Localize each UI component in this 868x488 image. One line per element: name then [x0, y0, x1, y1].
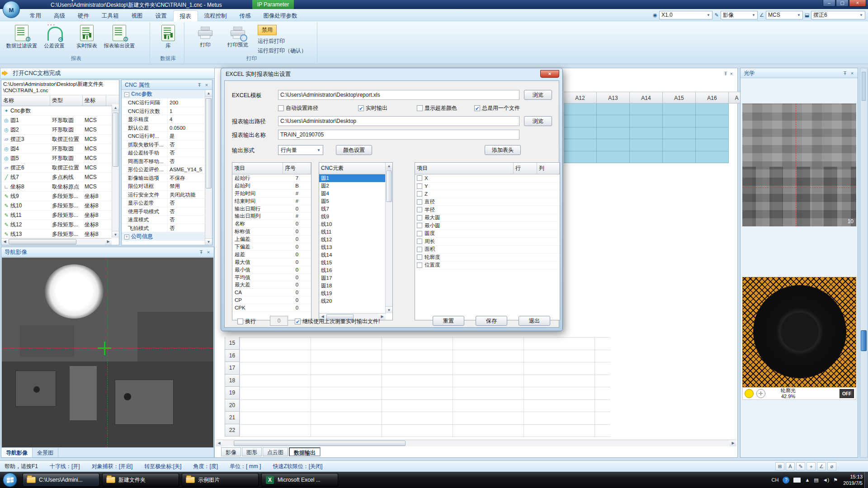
scroll-up-icon[interactable]: ▲ — [205, 90, 212, 97]
grid-cell[interactable] — [564, 115, 597, 127]
grid-cell[interactable] — [663, 115, 696, 127]
grid-cell[interactable] — [663, 127, 696, 139]
color-settings-button[interactable]: 颜色设置 — [336, 145, 372, 155]
scroll-left-icon[interactable]: ◀ — [216, 440, 222, 446]
items-row-下偏差[interactable]: 下偏差0 — [232, 243, 311, 251]
output-item-半径[interactable]: 半径 — [415, 206, 560, 214]
items-row-最大差[interactable]: 最大差0 — [232, 281, 311, 289]
tree-row-Cnc参数[interactable]: ✦Cnc参数 — [1, 106, 119, 116]
scroll-right-icon[interactable]: ▶ — [105, 239, 112, 245]
tab-视图[interactable]: 视图 — [125, 10, 149, 22]
property-row-CNC运行次数[interactable]: CNC运行次数1 — [122, 107, 212, 116]
items-row-标称值[interactable]: 标称值0 — [232, 228, 311, 235]
language-indicator[interactable]: CH — [772, 477, 779, 483]
grid-cell[interactable] — [696, 139, 729, 151]
tab-设置[interactable]: 设置 — [149, 10, 173, 22]
items-row-最大值[interactable]: 最大值0 — [232, 258, 311, 266]
tab-常用[interactable]: 常用 — [24, 10, 47, 22]
element-item-圆4[interactable]: 圆4 — [319, 190, 392, 197]
property-row-抓取失败转手...[interactable]: 抓取失败转手...否 — [122, 141, 212, 149]
lamp-sector-icon[interactable]: ✛ — [756, 389, 765, 398]
view-tab-数据输出[interactable]: 数据输出 — [289, 447, 321, 456]
start-button[interactable] — [3, 473, 17, 487]
property-row-显示精度[interactable]: 显示精度4 — [122, 115, 212, 124]
items-row-CPK[interactable]: CPK0 — [232, 304, 311, 312]
items-row-上偏差[interactable]: 上偏差0 — [232, 235, 311, 243]
items-row-平均值[interactable]: 平均值0 — [232, 274, 311, 282]
output-header-列[interactable]: 列 — [537, 163, 560, 174]
grid-cell[interactable] — [597, 103, 630, 115]
output-item-最大圆[interactable]: 最大圆 — [415, 214, 560, 222]
checkbox-实时输出[interactable]: ✔实时输出 — [358, 104, 387, 112]
ribbon-button-数据过滤设置[interactable]: ⚙数据过滤设置 — [5, 24, 38, 49]
property-row-限位对话框[interactable]: 限位对话框禁用 — [122, 182, 212, 191]
grid-cell[interactable] — [663, 139, 696, 151]
element-item-线9[interactable]: 线9 — [319, 213, 392, 221]
grid-cell[interactable] — [597, 115, 630, 127]
items-row-起始列[interactable]: 起始列B — [232, 182, 311, 190]
zoom-slider-thumb[interactable] — [861, 330, 867, 351]
tab-报表[interactable]: 报表 — [173, 10, 198, 22]
tree-row-线11[interactable]: ✎线11多段矩形...坐标8 — [1, 211, 119, 220]
items-row-最小值[interactable]: 最小值0 — [232, 266, 311, 274]
keyboard-icon[interactable] — [793, 478, 801, 483]
element-item-线11[interactable]: 线11 — [319, 228, 392, 236]
element-item-线14[interactable]: 线14 — [319, 251, 392, 259]
status-tool-icon-4[interactable]: ∠ — [817, 462, 826, 470]
grid-cell[interactable] — [630, 103, 663, 115]
items-row-CA[interactable]: CA0 — [232, 289, 311, 296]
ribbon-option-运行后打印[interactable]: 运行后打印 — [258, 37, 326, 46]
scroll-down-icon[interactable]: ▼ — [112, 231, 119, 238]
property-row-速度模式[interactable]: 速度模式否 — [122, 216, 212, 224]
grid-pin-close-icons[interactable]: Ŧ × — [724, 71, 733, 76]
optics-live-image[interactable]: 10 — [742, 103, 856, 226]
output-item-轮廓度[interactable]: 轮廓度 — [415, 253, 560, 262]
view-tab-图形[interactable]: 图形 — [242, 447, 262, 456]
grid-cell[interactable] — [630, 151, 663, 163]
app-logo-icon[interactable]: M — [3, 1, 20, 18]
section-cnc-params[interactable]: −Cnc参数 — [122, 90, 212, 99]
close-icon[interactable]: × — [203, 80, 210, 90]
output-name-input[interactable]: TRAIN_20190705 — [278, 130, 519, 140]
element-item-线12[interactable]: 线12 — [319, 236, 392, 244]
nav-tab-全景图[interactable]: 全景图 — [33, 448, 58, 457]
property-row-运行安全文件[interactable]: 运行安全文件关闭此功能 — [122, 191, 212, 199]
tree-row-圆5[interactable]: ◎圆5环形取圆MCS — [1, 154, 119, 163]
grid-hscrollbar[interactable]: ◀ ▶ — [216, 440, 736, 446]
grid-cell[interactable] — [597, 151, 630, 163]
navigation-camera-image[interactable] — [2, 258, 213, 447]
element-item-线15[interactable]: 线15 — [319, 259, 392, 267]
element-item-线20[interactable]: 线20 — [319, 297, 392, 305]
properties-vscrollbar[interactable]: ▲ ▼ — [205, 90, 212, 245]
scroll-down-icon[interactable]: ▼ — [386, 306, 392, 313]
grid-cell[interactable] — [630, 127, 663, 139]
grid-cell[interactable] — [597, 127, 630, 139]
template-browse-button[interactable]: 浏览 — [524, 90, 552, 100]
output-format-select[interactable]: 行向量▼ — [278, 145, 323, 155]
output-item-直径[interactable]: 直径 — [415, 198, 560, 206]
output-item-面积[interactable]: 面积 — [415, 246, 560, 254]
grid-row-header-15[interactable]: 15 — [225, 337, 240, 350]
property-row-同画面不移动...[interactable]: 同画面不移动...否 — [122, 157, 212, 166]
ribbon-button-打印预览[interactable]: 打印预览 — [222, 24, 254, 48]
ribbon-button-公差设置[interactable]: ⚙公差设置 — [38, 24, 71, 49]
element-item-圆2[interactable]: 圆2 — [319, 182, 392, 190]
items-header-序号[interactable]: 序号 — [283, 163, 311, 174]
maximize-button[interactable]: ▢ — [836, 0, 849, 7]
grid-cell[interactable] — [564, 127, 597, 139]
items-row-开始时间[interactable]: 开始时间# — [232, 190, 311, 197]
grid-column-header-A16[interactable]: A16 — [696, 92, 729, 103]
view-tab-影像[interactable]: 影像 — [221, 447, 241, 456]
collapsed-panel-tab[interactable] — [862, 72, 866, 101]
zoom-select[interactable]: X1.0▼ — [659, 11, 712, 19]
tree-row-圆4[interactable]: ◎圆4环形取圆MCS — [1, 144, 119, 154]
items-row-输出日期行[interactable]: 输出日期行0 — [232, 205, 311, 213]
element-item-圆17[interactable]: 圆17 — [319, 274, 392, 282]
ribbon-button-报表输出设置[interactable]: ⚙报表输出设置 — [103, 24, 136, 49]
close-button[interactable]: × — [849, 0, 866, 7]
checkbox-自动设置路径[interactable]: 自动设置路径 — [278, 104, 318, 112]
property-row-CNC运行时...[interactable]: CNC运行时...是 — [122, 132, 212, 141]
network-icon[interactable]: ⚑ — [833, 477, 838, 483]
element-item-线10[interactable]: 线10 — [319, 221, 392, 228]
grid-row-header-20[interactable]: 20 — [225, 399, 240, 412]
